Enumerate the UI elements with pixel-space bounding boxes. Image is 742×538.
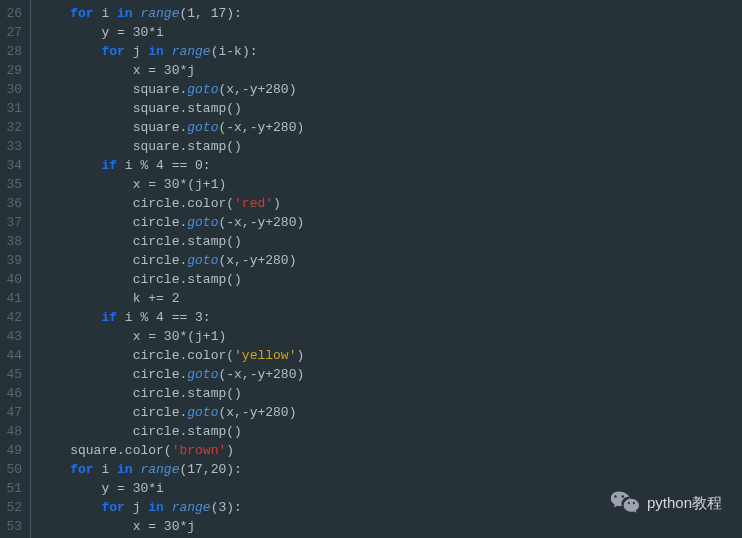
line-number: 48: [4, 422, 22, 441]
token-plain: (i-k):: [211, 44, 258, 59]
line-number: 30: [4, 80, 22, 99]
watermark: python教程: [611, 488, 722, 516]
token-fn: range: [172, 44, 211, 59]
token-plain: x = 30*j: [133, 63, 195, 78]
code-line[interactable]: circle.stamp(): [39, 232, 742, 251]
token-meth: goto: [187, 405, 218, 420]
code-line[interactable]: square.color('brown'): [39, 441, 742, 460]
code-line[interactable]: square.stamp(): [39, 99, 742, 118]
line-number: 47: [4, 403, 22, 422]
token-plain: y = 30*i: [101, 25, 163, 40]
code-line[interactable]: circle.goto(-x,-y+280): [39, 365, 742, 384]
code-line[interactable]: square.goto(x,-y+280): [39, 80, 742, 99]
token-kw: if: [101, 310, 117, 325]
token-str: 'brown': [172, 443, 227, 458]
line-number: 34: [4, 156, 22, 175]
line-number: 29: [4, 61, 22, 80]
token-plain: (x,-y+280): [218, 253, 296, 268]
line-number-gutter: 2627282930313233343536373839404142434445…: [0, 0, 30, 538]
token-kw: if: [101, 158, 117, 173]
line-number: 44: [4, 346, 22, 365]
line-number: 46: [4, 384, 22, 403]
token-plain: [164, 44, 172, 59]
token-meth: goto: [187, 82, 218, 97]
code-line[interactable]: circle.goto(x,-y+280): [39, 251, 742, 270]
token-meth: goto: [187, 253, 218, 268]
token-plain: i: [94, 462, 117, 477]
token-plain: square.stamp(): [133, 139, 242, 154]
token-plain: i: [94, 6, 117, 21]
token-plain: circle.stamp(): [133, 386, 242, 401]
code-line[interactable]: square.goto(-x,-y+280): [39, 118, 742, 137]
wechat-icon: [611, 488, 639, 516]
token-plain: x = 30*(j+1): [133, 329, 227, 344]
code-line[interactable]: if i % 4 == 0:: [39, 156, 742, 175]
line-number: 45: [4, 365, 22, 384]
token-plain: k += 2: [133, 291, 180, 306]
token-fn: range: [140, 6, 179, 21]
token-plain: ): [226, 443, 234, 458]
line-number: 37: [4, 213, 22, 232]
code-line[interactable]: for i in range(1, 17):: [39, 4, 742, 23]
token-plain: (x,-y+280): [218, 82, 296, 97]
line-number: 52: [4, 498, 22, 517]
code-line[interactable]: for i in range(17,20):: [39, 460, 742, 479]
line-number: 32: [4, 118, 22, 137]
token-fn: range: [172, 500, 211, 515]
token-plain: j: [125, 44, 148, 59]
token-plain: square.: [133, 120, 188, 135]
code-line[interactable]: square.stamp(): [39, 137, 742, 156]
line-number: 39: [4, 251, 22, 270]
code-line[interactable]: circle.goto(-x,-y+280): [39, 213, 742, 232]
token-kw: for: [70, 462, 93, 477]
line-number: 35: [4, 175, 22, 194]
code-line[interactable]: y = 30*i: [39, 23, 742, 42]
code-area[interactable]: for i in range(1, 17): y = 30*i for j in…: [31, 0, 742, 538]
token-plain: ): [296, 348, 304, 363]
watermark-text: python教程: [647, 493, 722, 512]
token-fn: range: [140, 462, 179, 477]
code-line[interactable]: k += 2: [39, 289, 742, 308]
token-plain: (-x,-y+280): [218, 120, 304, 135]
code-line[interactable]: circle.goto(x,-y+280): [39, 403, 742, 422]
code-line[interactable]: circle.color('red'): [39, 194, 742, 213]
line-number: 28: [4, 42, 22, 61]
line-number: 27: [4, 23, 22, 42]
token-kw: in: [117, 6, 133, 21]
token-kw: in: [117, 462, 133, 477]
line-number: 43: [4, 327, 22, 346]
token-plain: circle.color(: [133, 348, 234, 363]
token-plain: circle.stamp(): [133, 424, 242, 439]
token-kw: for: [70, 6, 93, 21]
token-kw: in: [148, 44, 164, 59]
token-str: 'red': [234, 196, 273, 211]
code-line[interactable]: circle.stamp(): [39, 384, 742, 403]
token-plain: square.color(: [70, 443, 171, 458]
line-number: 40: [4, 270, 22, 289]
token-plain: square.stamp(): [133, 101, 242, 116]
token-meth: goto: [187, 367, 218, 382]
token-meth: goto: [187, 215, 218, 230]
line-number: 53: [4, 517, 22, 536]
code-line[interactable]: x = 30*(j+1): [39, 175, 742, 194]
token-plain: (3):: [211, 500, 242, 515]
code-line[interactable]: circle.stamp(): [39, 270, 742, 289]
token-plain: circle.: [133, 253, 188, 268]
code-line[interactable]: if i % 4 == 3:: [39, 308, 742, 327]
token-plain: (x,-y+280): [218, 405, 296, 420]
token-plain: square.: [133, 82, 188, 97]
token-meth: goto: [187, 120, 218, 135]
token-plain: x = 30*(j+1): [133, 177, 227, 192]
token-plain: circle.stamp(): [133, 272, 242, 287]
code-line[interactable]: circle.color('yellow'): [39, 346, 742, 365]
token-plain: (-x,-y+280): [218, 215, 304, 230]
code-line[interactable]: x = 30*j: [39, 517, 742, 536]
line-number: 38: [4, 232, 22, 251]
token-plain: (-x,-y+280): [218, 367, 304, 382]
code-line[interactable]: circle.stamp(): [39, 422, 742, 441]
token-plain: circle.: [133, 367, 188, 382]
token-plain: i % 4 == 3:: [117, 310, 211, 325]
code-line[interactable]: for j in range(i-k):: [39, 42, 742, 61]
code-line[interactable]: x = 30*j: [39, 61, 742, 80]
code-line[interactable]: x = 30*(j+1): [39, 327, 742, 346]
